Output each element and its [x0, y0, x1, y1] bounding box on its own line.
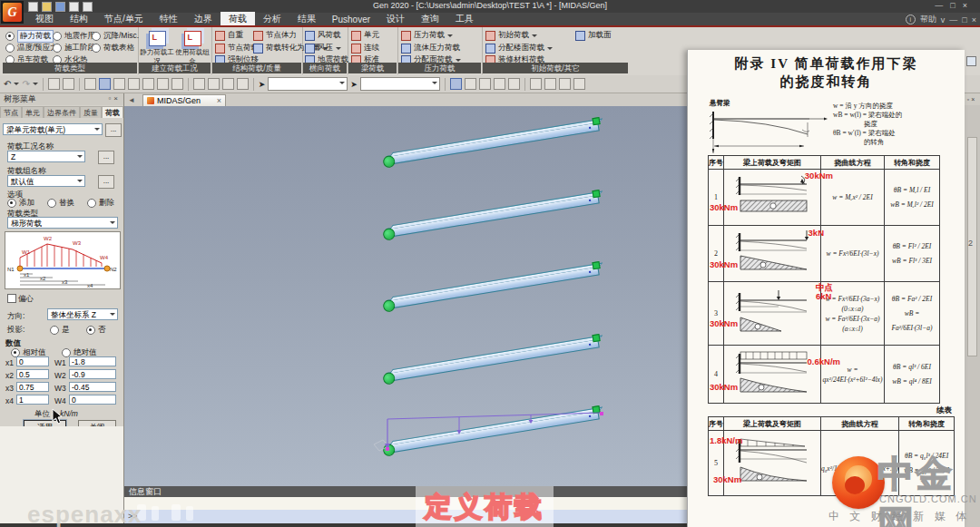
select-previous-icon[interactable] [99, 78, 111, 90]
app-logo[interactable]: G [1, 1, 24, 24]
zoom-in-icon[interactable] [479, 78, 491, 90]
beam-element-1[interactable] [387, 122, 600, 165]
x1-input[interactable] [16, 356, 49, 366]
node-icon[interactable] [592, 334, 600, 342]
element-beam-load-button[interactable]: 单元 [351, 30, 379, 41]
tab-mass[interactable]: 质量 [80, 106, 102, 118]
menu-design[interactable]: 设计 [378, 12, 413, 26]
load-type-more-button[interactable]: ... [105, 123, 122, 137]
select-polygon-icon[interactable] [142, 78, 154, 90]
pointer-icon[interactable]: ➤ [350, 80, 358, 89]
projection-no-radio[interactable]: 否 [86, 325, 106, 336]
minimize-icon[interactable]: — [949, 15, 957, 24]
tab-close-icon[interactable]: × [217, 96, 221, 105]
view-iso-icon[interactable] [559, 78, 571, 90]
select-recent-icon[interactable] [113, 78, 125, 90]
radio-settlement[interactable]: 沉降/Misc. [92, 31, 139, 42]
select-identity-icon[interactable] [172, 78, 183, 90]
option-add-radio[interactable]: 添加 [7, 198, 34, 209]
ribbon-expand-icon[interactable] [966, 56, 976, 66]
load-group-more-button[interactable]: ... [98, 175, 114, 189]
line-beam-load-button[interactable]: 连续 [351, 43, 379, 54]
tab-load-active[interactable]: 荷载 [102, 106, 123, 118]
eccentric-checkbox[interactable] [7, 294, 16, 303]
panel-controls[interactable]: ▫× [108, 94, 121, 102]
select-window-icon[interactable] [63, 78, 74, 90]
close-icon[interactable]: × [972, 15, 976, 24]
x2-input[interactable] [16, 369, 49, 379]
tab-scroll-left-icon[interactable]: ◄ [128, 96, 135, 104]
node-icon[interactable] [382, 372, 396, 385]
unselect-all-icon[interactable] [222, 78, 234, 90]
menu-properties[interactable]: 特性 [152, 12, 186, 26]
model-view-tab[interactable]: MIDAS/Gen × [142, 94, 226, 106]
nodal-load-button[interactable]: 节点荷载 [215, 43, 259, 54]
unselect-icon[interactable] [193, 78, 205, 90]
load-kind-select[interactable]: 梯形荷载 [7, 217, 118, 229]
radio-load-table[interactable]: 荷载表格 [92, 43, 134, 54]
wind-pressure-button[interactable]: 风压 [305, 43, 341, 54]
x4-input[interactable] [16, 395, 49, 405]
node-icon[interactable] [592, 261, 600, 269]
projection-yes-radio[interactable]: 是 [50, 325, 70, 336]
beam-element-2[interactable] [387, 194, 600, 238]
chevron-down-icon[interactable] [33, 83, 38, 85]
loading-area-button[interactable]: 加载面 [575, 30, 612, 41]
chevron-down-icon[interactable] [14, 83, 19, 85]
view-front-icon[interactable] [530, 78, 542, 90]
restore-icon[interactable]: □ [962, 15, 966, 24]
unselect-window-icon[interactable] [208, 78, 220, 90]
load-case-more-button[interactable]: ... [98, 151, 114, 164]
zoom-window-icon[interactable] [465, 78, 476, 90]
select-plane-icon[interactable] [128, 78, 140, 90]
zoom-out-icon[interactable] [494, 78, 505, 90]
window-controls[interactable]: —□× [935, 1, 975, 10]
radio-static-load[interactable]: 静力荷载 [5, 30, 54, 43]
pointer-icon[interactable]: ➤ [259, 80, 266, 89]
load-type-select[interactable]: 梁单元荷载(单元) [3, 123, 103, 135]
help-label[interactable]: 帮助 [920, 14, 936, 25]
w3-input[interactable] [69, 382, 116, 392]
dock-controls[interactable]: ▫× [964, 93, 980, 105]
beam-element-3[interactable] [387, 266, 600, 309]
view-top-icon[interactable] [544, 78, 556, 90]
select-intersect-icon[interactable] [157, 78, 169, 90]
menu-structure[interactable]: 结构 [62, 12, 96, 26]
menu-load-active[interactable]: 荷载 [220, 12, 255, 26]
option-delete-radio[interactable]: 删除 [87, 198, 114, 209]
tab-element[interactable]: 单元 [22, 106, 44, 118]
load-case-select[interactable]: Z [7, 151, 85, 162]
w2-input[interactable] [69, 369, 116, 379]
redo-icon[interactable]: ↷ [22, 79, 29, 89]
select-all-icon[interactable] [84, 78, 96, 90]
self-weight-button[interactable]: 自重 [215, 30, 243, 41]
node-icon[interactable] [382, 155, 396, 169]
nodal-body-force-button[interactable]: 节点体力 [253, 30, 297, 41]
menu-query[interactable]: 查询 [413, 12, 447, 26]
fluid-pressure-button[interactable]: 流体压力荷载 [401, 43, 460, 54]
zoom-fit-icon[interactable] [450, 78, 462, 90]
menu-pushover[interactable]: Pushover [324, 14, 378, 25]
unselect-recent-icon[interactable] [237, 78, 249, 90]
w1-input[interactable] [69, 356, 116, 366]
select-icon[interactable] [48, 78, 60, 90]
node-icon[interactable] [382, 299, 396, 313]
w4-input[interactable] [69, 395, 116, 405]
menu-view[interactable]: 视图 [27, 12, 62, 26]
pan-icon[interactable] [508, 78, 520, 90]
menu-analysis[interactable]: 分析 [255, 12, 289, 26]
view-rotate-icon[interactable] [573, 78, 585, 90]
radio-temperature[interactable]: 温度/预应力 [5, 43, 58, 54]
node-icon[interactable] [382, 228, 396, 241]
named-selection-combo[interactable] [268, 77, 348, 91]
radio-construction-stage[interactable]: 施工阶段 [53, 43, 95, 54]
assign-floor-load-button[interactable]: 分配楼面荷载 [485, 43, 553, 54]
menu-tools[interactable]: 工具 [447, 12, 482, 26]
wind-load-button[interactable]: 风荷载 [305, 30, 341, 41]
load-group-select[interactable]: 默认值 [7, 175, 85, 187]
pressure-load-button[interactable]: 压力荷载 [401, 30, 453, 41]
tab-boundary[interactable]: 边界条件 [44, 106, 80, 118]
node-icon[interactable] [592, 190, 600, 198]
beam-element-4[interactable] [387, 338, 600, 382]
direction-select[interactable]: 整体坐标系 Z [47, 308, 118, 320]
